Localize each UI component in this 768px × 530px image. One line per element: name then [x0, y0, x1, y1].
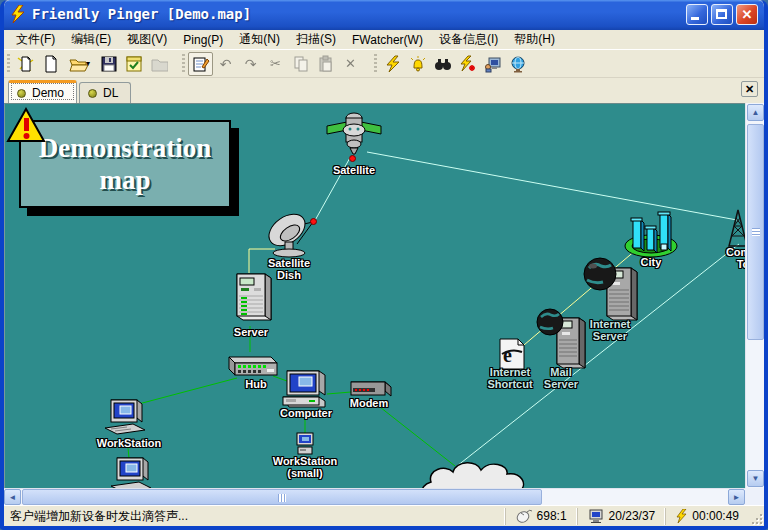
minimize-button[interactable]	[686, 4, 708, 25]
menu-view[interactable]: 视图(V)	[119, 29, 175, 50]
delete-icon: ✕	[345, 56, 356, 71]
close-map-button[interactable]	[146, 52, 171, 76]
close-button[interactable]: ✕	[736, 4, 758, 25]
city-label[interactable]: City	[641, 256, 662, 268]
fwatcher-bolt-icon	[459, 55, 477, 73]
toolbar-group-tools	[373, 51, 530, 77]
network-cloud-graphic: Network	[413, 448, 553, 488]
tab-dl[interactable]: DL	[79, 82, 131, 103]
tab-demo[interactable]: Demo	[8, 80, 77, 103]
menu-edit[interactable]: 编辑(E)	[63, 29, 119, 50]
scroll-left-button[interactable]: ◄	[4, 489, 21, 505]
fwatcher-button[interactable]	[455, 52, 480, 76]
vertical-scrollbar[interactable]: ▲ ▼	[745, 103, 764, 488]
window-title: Friendly Pinger [Demo.map]	[32, 6, 683, 22]
hub-label[interactable]: Hub	[245, 378, 266, 390]
cut-icon: ✂	[270, 56, 281, 71]
workstation-small-label[interactable]: WorkStation (small)	[273, 455, 338, 479]
delete-button[interactable]: ✕	[338, 52, 363, 76]
horizontal-scroll-thumb[interactable]	[22, 489, 542, 505]
map-banner: Demonstration map	[19, 120, 231, 208]
internet-server-line2: Server	[590, 330, 630, 342]
tab-demo-label: Demo	[32, 86, 64, 100]
comm-tower-icon[interactable]	[723, 208, 745, 248]
city-icon[interactable]	[623, 206, 679, 258]
paste-button[interactable]	[313, 52, 338, 76]
edit-mode-button[interactable]	[188, 52, 213, 76]
device-counts-value: 20/23/37	[609, 509, 656, 523]
menu-file[interactable]: 文件(F)	[8, 29, 63, 50]
menu-ping[interactable]: Ping(P)	[175, 31, 231, 49]
vertical-scroll-thumb[interactable]	[747, 124, 764, 340]
computer-label[interactable]: Computer	[280, 407, 332, 419]
workstation-label[interactable]: WorkStation	[97, 437, 162, 449]
menu-help[interactable]: 帮助(H)	[506, 29, 563, 50]
open-button[interactable]: ▾	[63, 52, 96, 76]
scroll-down-button[interactable]: ▼	[747, 470, 764, 487]
tab-panel-close-button[interactable]: ✕	[741, 81, 758, 97]
workstation-small-icon[interactable]	[293, 432, 317, 455]
menu-device-info[interactable]: 设备信息(I)	[431, 29, 506, 50]
network-cloud-icon[interactable]: Network	[413, 448, 553, 488]
save-icon	[100, 55, 118, 73]
banner-line2: map	[99, 164, 150, 196]
satellite-dish-icon[interactable]	[257, 208, 319, 258]
workstation2-icon[interactable]	[109, 456, 153, 488]
save-button[interactable]	[96, 52, 121, 76]
modem-label[interactable]: Modem	[350, 397, 389, 409]
resize-grip[interactable]	[749, 511, 763, 525]
toolbar-gripper[interactable]	[7, 54, 10, 74]
status-panel-time: 00:00:49	[665, 508, 749, 525]
map-properties-button[interactable]	[121, 52, 146, 76]
banner-line1: Demonstration	[39, 132, 211, 164]
mail-server-icon[interactable]	[535, 306, 591, 372]
toolbar-gripper[interactable]	[182, 54, 185, 74]
undo-icon: ↶	[220, 56, 232, 72]
computer-icon[interactable]	[279, 367, 331, 409]
internet-server-label[interactable]: Internet Server	[590, 318, 630, 342]
copy-button[interactable]	[288, 52, 313, 76]
notification-button[interactable]	[405, 52, 430, 76]
tab-dl-label: DL	[103, 86, 118, 100]
minimize-icon	[691, 17, 699, 20]
menu-scan[interactable]: 扫描(S)	[288, 29, 344, 50]
menu-notify[interactable]: 通知(N)	[231, 29, 288, 50]
satellite-dish-label-line1: Satellite	[268, 257, 310, 269]
satellite-alert-dot	[349, 155, 356, 162]
network-map-canvas[interactable]: Demonstration map Satellite	[4, 103, 745, 488]
scroll-right-button[interactable]: ►	[728, 489, 745, 505]
satellite-label[interactable]: Satellite	[333, 164, 375, 176]
mail-server-label[interactable]: Mail Server	[544, 366, 578, 390]
toolbar-gripper[interactable]	[374, 54, 377, 74]
world-globe-icon	[509, 55, 527, 73]
cut-button[interactable]: ✂	[263, 52, 288, 76]
world-button[interactable]	[505, 52, 530, 76]
menu-fwatcher[interactable]: FWatcher(W)	[344, 31, 431, 49]
server-icon[interactable]	[229, 270, 273, 326]
hub-icon[interactable]	[221, 349, 279, 379]
new-map-icon	[17, 55, 35, 73]
ping-button[interactable]	[380, 52, 405, 76]
internet-shortcut-label[interactable]: Internet Shortcut	[487, 366, 532, 390]
server-label[interactable]: Server	[234, 326, 268, 338]
comm-tower-label[interactable]: Comm To	[726, 246, 745, 270]
satellite-dish-label[interactable]: Satellite Dish	[268, 257, 310, 281]
notify-bell-icon	[409, 55, 427, 73]
horizontal-scrollbar[interactable]: ◄ ►	[4, 488, 745, 505]
new-map-button[interactable]	[13, 52, 38, 76]
device-info-button[interactable]	[480, 52, 505, 76]
chevron-left-icon: ◄	[9, 493, 17, 502]
maximize-icon	[716, 9, 727, 19]
new-page-button[interactable]	[38, 52, 63, 76]
redo-button[interactable]: ↷	[238, 52, 263, 76]
scroll-up-button[interactable]: ▲	[747, 104, 764, 121]
undo-button[interactable]: ↶	[213, 52, 238, 76]
maximize-button[interactable]	[711, 4, 733, 25]
satellite-icon[interactable]	[325, 110, 383, 158]
internet-server-icon[interactable]	[583, 256, 643, 326]
dish-alert-dot	[310, 218, 317, 225]
scan-button[interactable]	[430, 52, 455, 76]
open-dropdown-icon[interactable]: ▾	[86, 59, 90, 68]
status-bar: 客户端增加新设备时发出滴答声... 698:1 20/23/37 00:00:4…	[4, 505, 764, 526]
workstation-icon[interactable]	[103, 398, 147, 438]
